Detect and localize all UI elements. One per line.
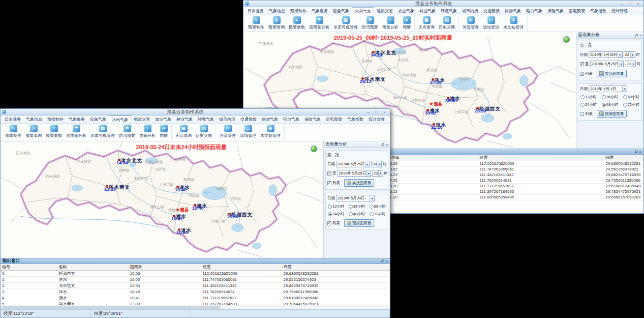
toolbar-button[interactable]: ☂ 面雨量分析 [64,124,88,139]
column-header[interactable]: 名称 [57,264,128,270]
menu-tab[interactable]: 气象指数 [588,7,609,15]
menu-tab[interactable]: 地质灾害 [374,7,395,15]
toolbar-button[interactable]: ● 雨情 [401,16,413,31]
toolbar-button[interactable]: ☂ 面雨量分析 [307,16,331,31]
obs-hour-to-select[interactable]: 20▾ [625,61,635,67]
list-checkbox[interactable] [580,72,584,76]
toolbar-button[interactable]: ▭ 流域管理 [238,124,258,139]
to-checkbox[interactable] [327,171,331,176]
menu-tab[interactable]: 气象服务 [309,7,330,15]
obs-date-from-select[interactable]: 2019年 5月25日▾ [336,161,370,167]
chevron-down-icon[interactable]: ▾ [618,52,622,57]
toolbar-button[interactable]: ≡ 预警参数 [44,124,64,139]
to-checkbox[interactable] [580,62,584,66]
minimize-button[interactable]: – [618,1,626,7]
forecast-period-radio[interactable]: 48小时 [349,212,365,217]
menu-tab[interactable]: 旅游气象 [259,115,281,123]
table-row[interactable]: 2 涔水北支 14.04 111.452105411342 29.8823475… [1,282,390,288]
table-row[interactable]: 34.29 111.452105411342 29.8823475716939 [386,172,643,178]
toolbar-button[interactable]: ▭ 流域管理 [481,16,501,31]
pin-icon[interactable]: ⚲ [380,142,386,148]
menu-tab[interactable]: 预报制作 [288,7,309,15]
menu-tab[interactable]: 保险气象 [545,7,566,15]
table-row[interactable]: 5 涔水南支 13.83 111.397267184503 29.7854475… [1,301,390,305]
forecast-period-radio[interactable]: 60小时 [623,95,639,100]
forecast-period-radio[interactable]: 72小时 [370,212,386,217]
menu-tab[interactable]: 日常业务 [2,115,23,123]
panel-close-icon[interactable]: × [639,33,642,38]
pin-icon[interactable]: ⚲ [633,149,639,155]
obs-date-to-select[interactable]: 2019年 5月25日▾ [590,61,624,67]
menu-tab[interactable]: 雷电预警 [323,115,345,123]
menu-tab[interactable]: 城市内涝 [217,115,238,123]
column-header[interactable]: 纬度 [282,264,390,270]
table-row[interactable]: 26.13 111.397267184503 29.7854475975921 [386,189,643,194]
obs-hour-from-select[interactable]: 08▾ [371,161,382,167]
menu-tab[interactable]: 气象信息 [23,115,45,123]
toolbar-button[interactable]: ⚑ 防汛预案 [360,16,380,31]
menu-tab[interactable]: 气象指数 [345,115,366,123]
menu-tab[interactable]: 电力气象 [281,115,302,123]
obs-date-from-select[interactable]: 2019年 5月25日▾ [589,51,623,58]
menu-tab[interactable]: 水利气象 [109,115,131,123]
chevron-down-icon[interactable]: ▾ [622,86,627,92]
minimize-button[interactable]: – [364,109,372,115]
panel-close-icon[interactable]: × [386,142,388,147]
chevron-down-icon[interactable]: ▾ [366,170,371,176]
chevron-down-icon[interactable]: ▾ [619,61,623,67]
close-icon[interactable]: × [385,259,388,264]
menu-tab[interactable]: 统计管理 [366,115,387,123]
toolbar-button[interactable]: ▤ 历史灾情 [194,124,214,139]
column-header[interactable]: 纬度 [604,155,643,161]
obs-hour-to-select[interactable]: 23▾ [372,170,383,177]
table-row[interactable]: 4 澹水 10.41 111.711219667627 29.618801248… [1,295,390,301]
chevron-down-icon[interactable]: ▾ [377,161,381,167]
toolbar-button[interactable]: ▦ 水库可视管理 [88,124,117,139]
column-header[interactable]: 经度 [201,264,282,270]
menu-tab[interactable]: 水利气象 [352,7,374,15]
list-checkbox[interactable] [327,221,331,225]
obs-date-to-select[interactable]: 2019年 5月25日▾ [338,170,372,177]
chevron-down-icon[interactable]: ▾ [378,170,383,176]
column-header[interactable]: 面雨量 [128,264,201,270]
toolbar-button[interactable]: ▣ 灾点查询 [416,16,437,31]
titlebar[interactable]: 澧县业务制作系统 – □ × [1,109,390,115]
menu-tab[interactable]: 旅游气象 [502,7,524,15]
chevron-down-icon[interactable]: ▾ [370,195,374,201]
menu-tab[interactable]: 环境气象 [438,7,459,15]
obs-hour-from-select[interactable]: 08▾ [624,51,635,58]
menu-tab[interactable]: 预报制作 [45,115,66,123]
chevron-down-icon[interactable]: ▾ [631,61,635,67]
toolbar-button[interactable]: ≋ 河流管理 [218,124,238,139]
toolbar-button[interactable]: ✎ 预警制作 [246,16,266,31]
forecast-date-select[interactable]: 2019年 5月24日▾ [336,195,375,201]
menu-tab[interactable]: 应急气象 [87,115,109,123]
toolbar-button[interactable]: ≡ 预警参数 [287,16,307,31]
menu-tab[interactable]: 地质灾害 [131,115,152,123]
table-row[interactable]: 30.82 111.747063065061 29.552156374923 [386,166,643,172]
forecast-period-radio[interactable]: 24小时 [328,212,344,217]
forecast-period-radio[interactable]: 48小时 [602,102,618,107]
menu-tab[interactable]: 农业气象 [395,7,417,15]
forecast-date-select[interactable]: 2019年 6月 4日▾ [589,85,627,92]
toolbar-button[interactable]: ◎ 预警查询 [23,124,44,139]
menu-tab[interactable]: 林业气象 [174,115,195,123]
toolbar-button[interactable]: ≋ 河流管理 [461,16,481,31]
forecast-period-radio[interactable]: 60小时 [370,204,386,209]
menu-tab[interactable]: 城市内涝 [459,7,481,15]
table-row[interactable]: 21.20 111.600565050435 29.6566157057282 [386,194,643,200]
menu-tab[interactable]: 农业气象 [152,115,174,123]
scrollbar-thumb[interactable] [2,306,220,309]
menu-tab[interactable]: 气象信息 [266,7,288,15]
forecast-rainfall-button[interactable]: 预报面雨量 [344,219,374,227]
globe-button[interactable] [563,36,570,43]
horizontal-scrollbar[interactable] [1,305,390,309]
close-button[interactable]: × [634,1,642,7]
forecast-period-radio[interactable]: 72小时 [623,102,639,107]
map-canvas[interactable]: 甘溪滩镇码头铺镇火连坡镇王家厂镇太青山林场金罗镇盐井镇复兴镇大堰垱镇梦溪镇涔南镇… [1,141,323,258]
toolbar-button[interactable]: ⊕ 水文站管理 [501,16,526,31]
pin-icon[interactable]: ⚲ [380,258,385,264]
menu-tab[interactable]: 雷电预警 [566,7,588,15]
toolbar-button[interactable]: ▦ 水库可视管理 [331,16,360,31]
forecast-period-radio[interactable]: 36小时 [602,95,618,100]
